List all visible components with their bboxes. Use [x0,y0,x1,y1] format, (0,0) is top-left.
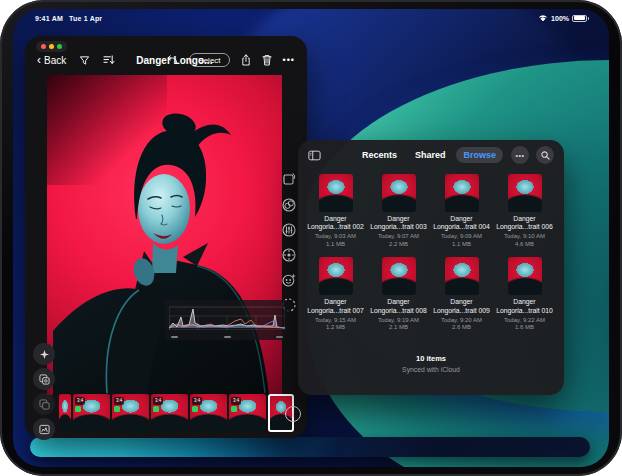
file-thumbnail [319,257,353,295]
more-options-icon[interactable]: ••• [283,55,295,65]
files-more-button[interactable]: ••• [511,146,529,164]
file-name: Longoria...trait 004 [433,223,490,230]
filmstrip-thumb[interactable] [59,394,71,432]
battery-percent: 100% [551,15,569,22]
filter-icon[interactable] [79,55,90,66]
battery-icon [572,15,587,22]
files-tabs: Recents Shared Browse [355,147,503,163]
sort-icon[interactable] [103,55,115,65]
aspect-badge: 3:4 [231,397,241,405]
files-header: Recents Shared Browse ••• [298,140,564,170]
document-title: Danger Longo... [136,55,212,66]
status-bar: 9:41 AM Tue 1 Apr 100% [13,9,609,27]
file-size: 2.1 MB [389,324,408,330]
back-button[interactable]: ‹ Back [37,55,66,66]
status-date: Tue 1 Apr [69,15,102,22]
filmstrip-thumb[interactable]: 3:4 [112,394,149,432]
filters-tool-icon[interactable] [279,195,299,215]
file-thumbnail [382,257,416,295]
tab-browse[interactable]: Browse [456,147,503,163]
wifi-icon [538,14,548,22]
histogram-panel[interactable] [165,300,289,340]
sync-status: Synced with iCloud [298,366,564,373]
file-date: Today, 9:03 AM [315,233,356,239]
tab-shared[interactable]: Shared [408,147,453,163]
file-date: Today, 9:09 AM [441,233,482,239]
aspect-badge: 3:4 [75,397,85,405]
filmstrip-thumb[interactable]: 3:4 [151,394,188,432]
back-label: Back [44,55,66,66]
edited-indicator-icon [153,406,159,412]
aspect-badge: 3:4 [153,397,163,405]
files-search-button[interactable] [536,146,554,164]
file-name: Longoria...trait 009 [433,307,490,314]
file-item[interactable]: DangerLongoria...trait 010 Today, 9:22 A… [493,255,556,338]
file-name: Danger [513,215,535,222]
search-icon [541,151,550,160]
tab-recents[interactable]: Recents [355,147,404,163]
histogram-chart [169,303,285,330]
background-window-shelf[interactable] [30,437,590,457]
portrait-photo [47,75,282,395]
file-thumbnail [508,174,542,212]
file-size: 2.2 MB [389,241,408,247]
status-time: 9:41 AM [35,15,63,22]
file-size: 4.6 MB [515,241,534,247]
file-name: Danger [450,298,472,305]
paste-edits-button[interactable] [33,393,55,415]
files-grid: DangerLongoria...trait 002 Today, 9:03 A… [304,172,558,338]
file-date: Today, 9:22 AM [504,317,545,323]
photo-canvas[interactable] [47,75,282,395]
share-icon[interactable] [241,54,251,66]
edited-indicator-icon [231,406,237,412]
ipad-screen: 9:41 AM Tue 1 Apr 100% [13,9,609,467]
file-size: 2.6 MB [452,324,471,330]
file-date: Today, 9:10 AM [504,233,545,239]
file-date: Today, 9:15 AM [315,317,356,323]
file-name: Danger [513,298,535,305]
chevron-left-icon: ‹ [37,54,41,66]
file-item[interactable]: DangerLongoria...trait 009 Today, 9:20 A… [430,255,493,338]
file-item[interactable]: DangerLongoria...trait 002 Today, 9:03 A… [304,172,367,255]
aspect-badge: 3:4 [114,397,124,405]
file-name: Danger [324,298,346,305]
file-name: Longoria...trait 008 [370,307,427,314]
histogram-toggle-button[interactable] [33,418,55,440]
sidebar-toggle-icon[interactable] [308,150,321,161]
file-name: Danger [387,298,409,305]
files-browser-window: Recents Shared Browse ••• [298,140,564,395]
file-name: Danger [450,215,472,222]
auto-enhance-button[interactable] [33,343,55,365]
file-item[interactable]: DangerLongoria...trait 004 Today, 9:09 A… [430,172,493,255]
filmstrip-thumb[interactable]: 3:4 [73,394,110,432]
item-count: 10 items [298,354,564,363]
aspect-badge: 3:4 [192,397,202,405]
file-size: 1.6 MB [515,324,534,330]
exposure-tool-icon[interactable] [279,245,299,265]
file-thumbnail [319,174,353,212]
editor-toolbar: ‹ Back Danger Longo... Select [25,49,307,71]
filmstrip[interactable]: 3:4 3:4 3:4 3:4 3:4 [59,394,294,432]
file-item[interactable]: DangerLongoria...trait 006 Today, 9:10 A… [493,172,556,255]
filmstrip-thumb[interactable]: 3:4 [229,394,266,432]
file-name: Longoria...trait 006 [496,223,553,230]
file-thumbnail [445,174,479,212]
adjust-tool-icon[interactable] [279,220,299,240]
file-item[interactable]: DangerLongoria...trait 007 Today, 9:15 A… [304,255,367,338]
photo-editor-window: ‹ Back Danger Longo... Select [25,36,307,438]
file-thumbnail [382,174,416,212]
retouch-tool-icon[interactable] [279,270,299,290]
filmstrip-thumb[interactable]: 3:4 [190,394,227,432]
edited-indicator-icon [192,406,198,412]
file-name: Danger [387,215,409,222]
file-item[interactable]: DangerLongoria...trait 008 Today, 9:19 A… [367,255,430,338]
file-date: Today, 9:07 AM [378,233,419,239]
info-button[interactable]: i [285,406,301,422]
info-icon: i [292,409,295,419]
file-item[interactable]: DangerLongoria...trait 003 Today, 9:07 A… [367,172,430,255]
trash-icon[interactable] [262,54,272,66]
file-name: Longoria...trait 007 [307,307,364,314]
copy-edits-button[interactable] [33,368,55,390]
crop-tool-icon[interactable] [279,170,299,190]
file-date: Today, 9:20 AM [441,317,482,323]
